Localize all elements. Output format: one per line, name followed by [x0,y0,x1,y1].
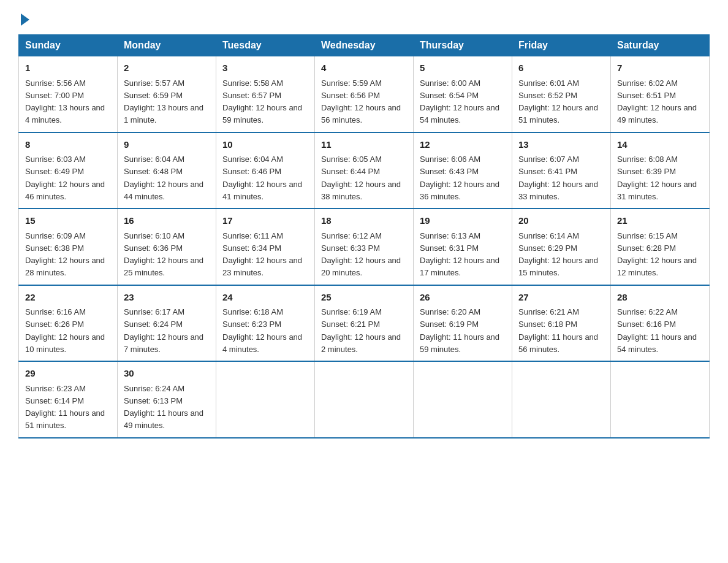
calendar-cell: 13 Sunrise: 6:07 AMSunset: 6:41 PMDaylig… [512,132,611,209]
day-info: Sunrise: 6:04 AMSunset: 6:46 PMDaylight:… [222,155,302,201]
day-info: Sunrise: 6:08 AMSunset: 6:39 PMDaylight:… [617,155,697,201]
day-number: 23 [124,291,210,305]
day-info: Sunrise: 6:01 AMSunset: 6:52 PMDaylight:… [518,79,598,125]
day-info: Sunrise: 6:21 AMSunset: 6:18 PMDaylight:… [518,307,598,354]
calendar-cell: 20 Sunrise: 6:14 AMSunset: 6:29 PMDaylig… [512,209,611,285]
calendar-cell [315,361,414,438]
day-info: Sunrise: 6:05 AMSunset: 6:44 PMDaylight:… [321,155,401,201]
day-info: Sunrise: 6:09 AMSunset: 6:38 PMDaylight:… [25,231,105,278]
calendar-table: SundayMondayTuesdayWednesdayThursdayFrid… [18,34,710,439]
day-number: 14 [617,138,703,152]
day-number: 27 [518,291,604,305]
calendar-cell [216,361,315,438]
day-number: 4 [321,61,407,75]
day-info: Sunrise: 6:23 AMSunset: 6:14 PMDaylight:… [25,384,105,431]
day-info: Sunrise: 6:24 AMSunset: 6:13 PMDaylight:… [124,384,203,431]
calendar-cell: 6 Sunrise: 6:01 AMSunset: 6:52 PMDayligh… [512,56,611,132]
calendar-cell: 10 Sunrise: 6:04 AMSunset: 6:46 PMDaylig… [216,132,315,209]
header-wednesday: Wednesday [315,35,414,56]
calendar-cell: 28 Sunrise: 6:22 AMSunset: 6:16 PMDaylig… [611,285,710,362]
calendar-cell: 17 Sunrise: 6:11 AMSunset: 6:34 PMDaylig… [216,209,315,285]
day-number: 16 [124,214,210,228]
day-number: 8 [25,138,111,152]
day-info: Sunrise: 6:04 AMSunset: 6:48 PMDaylight:… [124,155,203,201]
calendar-cell [611,361,710,438]
day-info: Sunrise: 6:03 AMSunset: 6:49 PMDaylight:… [25,155,105,201]
day-info: Sunrise: 6:07 AMSunset: 6:41 PMDaylight:… [518,155,598,201]
day-info: Sunrise: 5:58 AMSunset: 6:57 PMDaylight:… [222,79,302,125]
calendar-cell [512,361,611,438]
week-row-4: 22 Sunrise: 6:16 AMSunset: 6:26 PMDaylig… [19,285,710,362]
day-info: Sunrise: 6:20 AMSunset: 6:19 PMDaylight:… [420,307,499,354]
day-info: Sunrise: 6:11 AMSunset: 6:34 PMDaylight:… [222,231,302,278]
day-info: Sunrise: 6:10 AMSunset: 6:36 PMDaylight:… [124,231,203,278]
calendar-cell: 26 Sunrise: 6:20 AMSunset: 6:19 PMDaylig… [414,285,512,362]
day-info: Sunrise: 6:18 AMSunset: 6:23 PMDaylight:… [222,307,302,354]
day-number: 28 [617,291,703,305]
calendar-cell [414,361,512,438]
calendar-cell: 1 Sunrise: 5:56 AMSunset: 7:00 PMDayligh… [19,56,118,132]
day-number: 29 [25,367,111,381]
day-number: 30 [124,367,210,381]
logo-arrow-icon [21,13,29,26]
day-info: Sunrise: 6:22 AMSunset: 6:16 PMDaylight:… [617,307,697,354]
calendar-cell: 18 Sunrise: 6:12 AMSunset: 6:33 PMDaylig… [315,209,414,285]
calendar-cell: 9 Sunrise: 6:04 AMSunset: 6:48 PMDayligh… [118,132,216,209]
day-info: Sunrise: 6:06 AMSunset: 6:43 PMDaylight:… [420,155,499,201]
calendar-cell: 19 Sunrise: 6:13 AMSunset: 6:31 PMDaylig… [414,209,512,285]
day-number: 17 [222,214,308,228]
day-number: 7 [617,61,703,75]
day-number: 21 [617,214,703,228]
calendar-cell: 2 Sunrise: 5:57 AMSunset: 6:59 PMDayligh… [118,56,216,132]
header-friday: Friday [512,35,611,56]
calendar-cell: 8 Sunrise: 6:03 AMSunset: 6:49 PMDayligh… [19,132,118,209]
calendar-cell: 4 Sunrise: 5:59 AMSunset: 6:56 PMDayligh… [315,56,414,132]
calendar-cell: 22 Sunrise: 6:16 AMSunset: 6:26 PMDaylig… [19,285,118,362]
day-number: 24 [222,291,308,305]
header-monday: Monday [118,35,216,56]
day-number: 10 [222,138,308,152]
day-info: Sunrise: 5:56 AMSunset: 7:00 PMDaylight:… [25,79,105,125]
day-number: 12 [420,138,506,152]
calendar-cell: 29 Sunrise: 6:23 AMSunset: 6:14 PMDaylig… [19,361,118,438]
calendar-cell: 23 Sunrise: 6:17 AMSunset: 6:24 PMDaylig… [118,285,216,362]
calendar-header-row: SundayMondayTuesdayWednesdayThursdayFrid… [19,35,710,56]
calendar-cell: 30 Sunrise: 6:24 AMSunset: 6:13 PMDaylig… [118,361,216,438]
day-info: Sunrise: 6:15 AMSunset: 6:28 PMDaylight:… [617,231,697,278]
day-info: Sunrise: 6:02 AMSunset: 6:51 PMDaylight:… [617,79,697,125]
calendar-cell: 5 Sunrise: 6:00 AMSunset: 6:54 PMDayligh… [414,56,512,132]
day-info: Sunrise: 5:59 AMSunset: 6:56 PMDaylight:… [321,79,401,125]
day-number: 5 [420,61,506,75]
calendar-cell: 7 Sunrise: 6:02 AMSunset: 6:51 PMDayligh… [611,56,710,132]
day-number: 1 [25,61,111,75]
calendar-cell: 16 Sunrise: 6:10 AMSunset: 6:36 PMDaylig… [118,209,216,285]
week-row-1: 1 Sunrise: 5:56 AMSunset: 7:00 PMDayligh… [19,56,710,132]
header-thursday: Thursday [414,35,512,56]
week-row-2: 8 Sunrise: 6:03 AMSunset: 6:49 PMDayligh… [19,132,710,209]
page-header [18,12,710,23]
day-info: Sunrise: 6:17 AMSunset: 6:24 PMDaylight:… [124,307,203,354]
calendar-cell: 21 Sunrise: 6:15 AMSunset: 6:28 PMDaylig… [611,209,710,285]
day-number: 11 [321,138,407,152]
day-number: 25 [321,291,407,305]
calendar-cell: 11 Sunrise: 6:05 AMSunset: 6:44 PMDaylig… [315,132,414,209]
day-info: Sunrise: 6:13 AMSunset: 6:31 PMDaylight:… [420,231,499,278]
calendar-cell: 27 Sunrise: 6:21 AMSunset: 6:18 PMDaylig… [512,285,611,362]
day-info: Sunrise: 6:16 AMSunset: 6:26 PMDaylight:… [25,307,105,354]
day-number: 2 [124,61,210,75]
header-sunday: Sunday [19,35,118,56]
calendar-cell: 24 Sunrise: 6:18 AMSunset: 6:23 PMDaylig… [216,285,315,362]
day-number: 22 [25,291,111,305]
calendar-cell: 25 Sunrise: 6:19 AMSunset: 6:21 PMDaylig… [315,285,414,362]
calendar-cell: 3 Sunrise: 5:58 AMSunset: 6:57 PMDayligh… [216,56,315,132]
day-number: 20 [518,214,604,228]
day-number: 6 [518,61,604,75]
day-info: Sunrise: 6:19 AMSunset: 6:21 PMDaylight:… [321,307,401,354]
day-number: 13 [518,138,604,152]
logo [18,12,29,23]
header-tuesday: Tuesday [216,35,315,56]
day-number: 9 [124,138,210,152]
header-saturday: Saturday [611,35,710,56]
day-info: Sunrise: 5:57 AMSunset: 6:59 PMDaylight:… [124,79,203,125]
day-number: 18 [321,214,407,228]
